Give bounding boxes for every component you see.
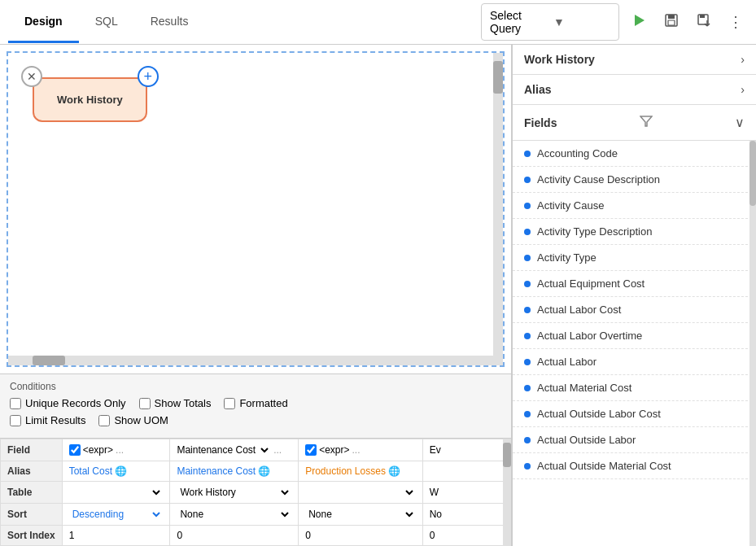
field-select-dropdown-2[interactable]: ▼ (258, 443, 271, 456)
grid-area: Field <expr> ... Maintenance Cost (0, 438, 511, 546)
unique-records-input[interactable] (10, 398, 21, 409)
tab-sql[interactable]: SQL (79, 2, 134, 43)
unique-records-checkbox[interactable]: Unique Records Only (10, 397, 126, 409)
work-history-node[interactable]: ✕ Work History + (33, 77, 147, 122)
field-item-activity-cause[interactable]: Activity Cause (513, 193, 756, 219)
formatted-checkbox[interactable]: Formatted (224, 397, 287, 409)
sort-index-input-4[interactable] (430, 530, 504, 541)
field-cell-1: <expr> ... (62, 439, 170, 461)
alias-value-2: Maintenance Cost (177, 465, 256, 477)
show-totals-input[interactable] (139, 398, 151, 409)
table-select-3[interactable] (305, 486, 416, 499)
canvas-vertical-scrollbar[interactable] (493, 53, 503, 365)
field-expr-checkbox-1[interactable] (69, 444, 81, 456)
sort-index-input-3[interactable] (305, 530, 416, 541)
table-select-1[interactable] (69, 486, 164, 499)
rp-fields-label: Fields (524, 116, 557, 129)
limit-results-input[interactable] (10, 415, 21, 426)
fields-chevron-icon[interactable]: ∨ (735, 115, 745, 130)
filter-icon[interactable] (635, 113, 658, 132)
table-select-2[interactable]: Work History (177, 486, 291, 499)
formatted-input[interactable] (224, 398, 235, 409)
conditions-title: Conditions (10, 381, 501, 392)
grid-scroll-container[interactable]: Field <expr> ... Maintenance Cost (0, 439, 511, 546)
canvas-horizontal-scrollbar[interactable] (8, 356, 493, 365)
node-close-button[interactable]: ✕ (21, 66, 42, 87)
field-item-activity-type-desc[interactable]: Activity Type Description (513, 219, 756, 245)
alias-value-3: Production Losses (305, 465, 386, 477)
field-dot-icon (524, 307, 531, 313)
save-button[interactable] (658, 7, 684, 37)
sort-cell-3: None (299, 504, 423, 526)
canvas-hscroll-thumb[interactable] (33, 356, 65, 365)
sort-index-cell-2[interactable] (170, 526, 299, 546)
sort-index-input-2[interactable] (177, 530, 291, 541)
grid-vertical-scrollbar[interactable] (503, 439, 511, 546)
field-dot-icon (524, 203, 531, 209)
sort-select-2[interactable]: None (177, 508, 291, 521)
show-totals-checkbox[interactable]: Show Totals (139, 397, 212, 409)
show-uom-input[interactable] (98, 415, 110, 426)
field-item-accounting-code[interactable]: Accounting Code (513, 141, 756, 167)
field-item-actual-outside-labor[interactable]: Actual Outside Labor (513, 427, 756, 453)
show-uom-checkbox[interactable]: Show UOM (98, 414, 168, 426)
grid-vscroll-thumb[interactable] (503, 443, 511, 467)
more-menu-button[interactable]: ⋮ (723, 8, 748, 36)
field-cell-4: Ev (422, 439, 510, 461)
field-select-2: Maintenance Cost (177, 444, 256, 456)
sort-select-1[interactable]: Descending (69, 508, 164, 521)
field-dot-icon (524, 437, 531, 443)
svg-rect-5 (700, 15, 705, 18)
alias-cell-4 (422, 461, 510, 482)
left-panel: ✕ Work History + Conditions Unique Recor… (0, 45, 512, 546)
tab-design[interactable]: Design (8, 2, 79, 43)
field-dot-icon (524, 151, 531, 157)
select-query-dropdown[interactable]: Select Query ▼ (481, 3, 619, 41)
field-item-actual-labor-overtime[interactable]: Actual Labor Overtime (513, 323, 756, 349)
field-item-actual-outside-labor-cost[interactable]: Actual Outside Labor Cost (513, 401, 756, 427)
alias-globe-2[interactable]: 🌐 (258, 465, 270, 477)
field-item-actual-labor-cost[interactable]: Actual Labor Cost (513, 297, 756, 323)
run-button[interactable] (626, 7, 652, 37)
field-item-actual-equipment-cost[interactable]: Actual Equipment Cost (513, 271, 756, 297)
field-item-actual-labor[interactable]: Actual Labor (513, 349, 756, 375)
alias-globe-3[interactable]: 🌐 (388, 465, 400, 477)
node-add-button[interactable]: + (138, 66, 159, 87)
rp-section-work-history: Work History › (513, 45, 756, 75)
field-dot-icon (524, 411, 531, 417)
field-expr-checkbox-3[interactable] (305, 444, 317, 456)
sort-index-input-1[interactable] (69, 530, 164, 541)
conditions-panel: Conditions Unique Records Only Show Tota… (0, 373, 511, 438)
rp-alias-row[interactable]: Alias › (513, 75, 756, 104)
field-dot-icon (524, 255, 531, 261)
conditions-row-2: Limit Results Show UOM (10, 414, 501, 426)
canvas-vscroll-thumb[interactable] (493, 61, 503, 94)
field-expr-dots-3[interactable]: ... (352, 444, 361, 456)
alias-row-label: Alias (1, 461, 63, 482)
save-as-button[interactable] (691, 7, 717, 37)
sort-select-3[interactable]: None (305, 508, 416, 521)
alias-globe-1[interactable]: 🌐 (115, 465, 127, 477)
field-dots-2[interactable]: ... (273, 444, 282, 456)
sort-index-cell-3[interactable] (299, 526, 423, 546)
table-cell-3 (299, 482, 423, 504)
query-grid: Field <expr> ... Maintenance Cost (0, 439, 511, 546)
field-item-activity-type[interactable]: Activity Type (513, 245, 756, 271)
fields-vscroll-thumb[interactable] (749, 141, 756, 206)
limit-results-checkbox[interactable]: Limit Results (10, 414, 85, 426)
field-expr-1: <expr> (83, 444, 113, 456)
field-item-actual-material-cost[interactable]: Actual Material Cost (513, 375, 756, 401)
sort-index-cell-1[interactable] (62, 526, 170, 546)
rp-work-history-chevron: › (741, 53, 745, 66)
sort-index-row-label: Sort Index (1, 526, 63, 546)
rp-work-history-row[interactable]: Work History › (513, 45, 756, 74)
node-label: Work History (57, 94, 123, 106)
sort-row-label: Sort (1, 504, 63, 526)
fields-vertical-scrollbar[interactable] (749, 141, 756, 546)
field-item-activity-cause-desc[interactable]: Activity Cause Description (513, 167, 756, 193)
sort-index-cell-4[interactable] (422, 526, 510, 546)
tab-results[interactable]: Results (134, 2, 205, 43)
field-expr-dots-1[interactable]: ... (116, 444, 124, 456)
field-item-actual-outside-material-cost[interactable]: Actual Outside Material Cost (513, 453, 756, 479)
alias-value-1: Total Cost (69, 465, 112, 477)
